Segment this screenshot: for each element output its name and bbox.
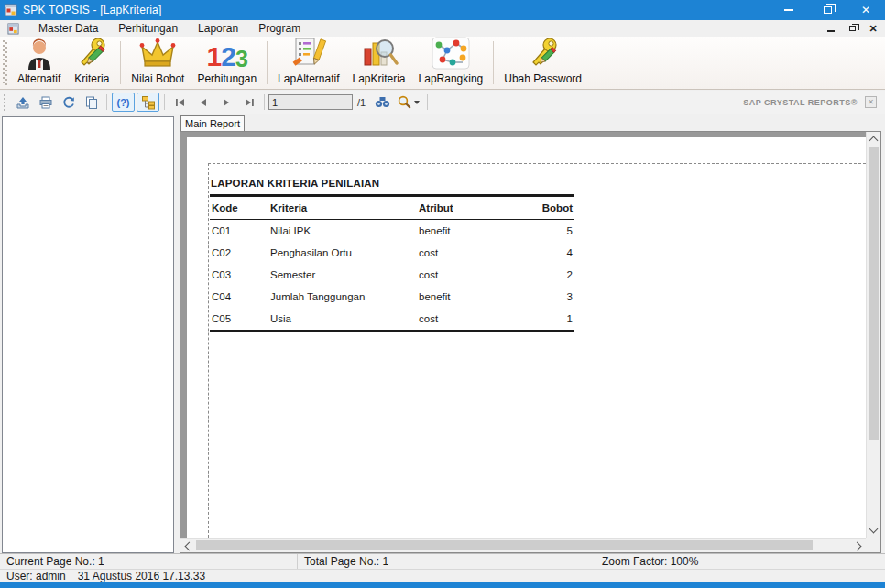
- toggle-group-tree-icon[interactable]: [137, 93, 159, 112]
- table-row: C05 Usia cost 1: [210, 308, 574, 330]
- print-icon[interactable]: [34, 93, 57, 112]
- column-header-atribut: Atribut: [419, 202, 519, 213]
- scroll-right-icon[interactable]: [851, 539, 866, 553]
- crystal-toolbar: (?) /1: [0, 91, 885, 114]
- prev-page-icon[interactable]: [191, 93, 214, 112]
- toolbar-button-label: LapKriteria: [353, 72, 406, 85]
- find-binoculars-icon[interactable]: [371, 93, 394, 112]
- report-page: LAPORAN KRITERIA PENILAIAN Kode Kriteria…: [187, 137, 866, 538]
- cell-bobot: 5: [519, 225, 574, 236]
- export-icon[interactable]: [11, 93, 34, 112]
- nilai-bobot-button[interactable]: Nilai Bobot: [125, 37, 191, 89]
- toolbar-button-label: Perhitungan: [197, 72, 257, 85]
- digit-two: 2: [221, 43, 235, 71]
- toolbar-button-label: LapRangking: [419, 72, 484, 85]
- key-pencil-icon: [73, 36, 110, 71]
- lap-alternatif-button[interactable]: LapAlternatif: [271, 37, 345, 89]
- toolbar-button-label: Alternatif: [17, 72, 60, 85]
- report-viewer: LAPORAN KRITERIA PENILAIAN Kode Kriteria…: [180, 131, 881, 553]
- main-toolbar: Alternatif Kriteria: [0, 37, 885, 90]
- scroll-left-icon[interactable]: [180, 539, 195, 553]
- scrollbar-corner: [866, 538, 880, 552]
- toolbar-grip[interactable]: [3, 40, 8, 85]
- crystal-toolbar-separator: [264, 94, 265, 110]
- tab-main-report[interactable]: Main Report: [180, 115, 245, 131]
- table-row: C04 Jumlah Tanggungan benefit 3: [210, 286, 574, 308]
- menu-program[interactable]: Program: [248, 20, 311, 37]
- menu-master-data[interactable]: Master Data: [28, 20, 108, 37]
- cell-kriteria: Nilai IPK: [270, 225, 419, 236]
- last-page-icon[interactable]: [237, 93, 260, 112]
- cell-bobot: 1: [519, 313, 574, 324]
- app-status-bar: User: admin 31 Agustus 2016 17.13.33: [0, 569, 885, 582]
- horizontal-scroll-thumb[interactable]: [196, 540, 813, 550]
- menu-bar: Master Data Perhitungan Laporan Program: [0, 20, 885, 37]
- horizontal-scrollbar[interactable]: [180, 538, 866, 552]
- cell-atribut: benefit: [419, 225, 519, 236]
- column-header-bobot: Bobot: [519, 202, 574, 213]
- ubah-password-button[interactable]: Ubah Password: [497, 37, 588, 89]
- toolbar-separator: [120, 41, 121, 84]
- minimize-icon[interactable]: [770, 0, 808, 20]
- cell-atribut: cost: [419, 247, 519, 258]
- menu-perhitungan[interactable]: Perhitungan: [108, 20, 188, 37]
- section-boundary-vertical: [208, 163, 209, 538]
- toggle-parameter-panel-icon[interactable]: (?): [112, 93, 135, 112]
- next-page-icon[interactable]: [214, 93, 237, 112]
- refresh-icon[interactable]: [57, 93, 80, 112]
- first-page-icon[interactable]: [169, 93, 191, 112]
- cell-kode: C04: [210, 291, 270, 302]
- report-pencil-icon: [290, 36, 328, 71]
- zoom-dropdown-caret-icon: [414, 101, 420, 104]
- cell-bobot: 4: [519, 247, 574, 258]
- vertical-scroll-thumb[interactable]: [869, 147, 879, 440]
- perhitungan-button[interactable]: 1 2 3 Perhitungan: [191, 37, 263, 89]
- report-table: Kode Kriteria Atribut Bobot C01 Nilai IP…: [210, 194, 574, 332]
- parameter-panel-label: (?): [116, 97, 129, 108]
- brand-close-icon[interactable]: ✕: [865, 96, 877, 108]
- cell-kode: C03: [210, 269, 270, 280]
- toolbar-button-label: LapAlternatif: [278, 72, 339, 85]
- report-content: LAPORAN KRITERIA PENILAIAN Kode Kriteria…: [210, 178, 574, 332]
- window-bottom-border: [0, 582, 885, 588]
- crystal-toolbar-grip[interactable]: [3, 94, 7, 111]
- key-pencil-icon: [525, 36, 562, 71]
- scroll-up-icon[interactable]: [866, 132, 880, 147]
- crown-icon: [137, 36, 178, 71]
- table-row: C02 Penghasilan Ortu cost 4: [210, 242, 574, 264]
- menu-laporan[interactable]: Laporan: [188, 20, 248, 37]
- cell-kriteria: Usia: [270, 313, 419, 324]
- current-page-status: Current Page No.: 1: [0, 554, 298, 569]
- lap-rangking-button[interactable]: LapRangking: [412, 37, 490, 89]
- table-row: C03 Semester cost 2: [210, 264, 574, 286]
- zoom-magnifier-icon[interactable]: [394, 93, 423, 112]
- close-icon[interactable]: ✕: [847, 0, 885, 20]
- restore-icon[interactable]: [808, 0, 847, 20]
- table-header-row: Kode Kriteria Atribut Bobot: [210, 197, 574, 220]
- cell-kriteria: Penghasilan Ortu: [270, 247, 419, 258]
- mdi-restore-icon[interactable]: [846, 22, 858, 35]
- toolbar-separator: [267, 41, 268, 84]
- toolbar-button-label: Kriteria: [74, 72, 109, 85]
- crystal-toolbar-separator: [106, 94, 107, 110]
- title-bar: SPK TOPSIS - [LapKriteria] ✕: [0, 0, 885, 20]
- copy-icon[interactable]: [80, 93, 103, 112]
- cell-kriteria: Jumlah Tanggungan: [270, 291, 419, 302]
- mdi-close-icon[interactable]: ✕: [867, 22, 880, 35]
- vertical-scrollbar[interactable]: [866, 132, 880, 538]
- column-header-kriteria: Kriteria: [270, 202, 419, 213]
- person-icon: [22, 36, 57, 71]
- total-page-status: Total Page No.: 1: [298, 554, 595, 569]
- toolbar-button-label: Nilai Bobot: [131, 72, 184, 85]
- kriteria-button[interactable]: Kriteria: [67, 37, 116, 89]
- crystal-toolbar-separator: [427, 94, 428, 110]
- lap-kriteria-button[interactable]: LapKriteria: [346, 37, 412, 89]
- scroll-down-icon[interactable]: [866, 523, 880, 538]
- mdi-minimize-icon[interactable]: [825, 22, 837, 35]
- report-title: LAPORAN KRITERIA PENILAIAN: [211, 178, 574, 189]
- numbers-123-icon: 1 2 3: [207, 39, 247, 71]
- toolbar-button-label: Ubah Password: [504, 72, 582, 85]
- crystal-toolbar-separator: [164, 94, 165, 110]
- alternatif-button[interactable]: Alternatif: [11, 37, 67, 89]
- page-number-input[interactable]: [268, 94, 353, 110]
